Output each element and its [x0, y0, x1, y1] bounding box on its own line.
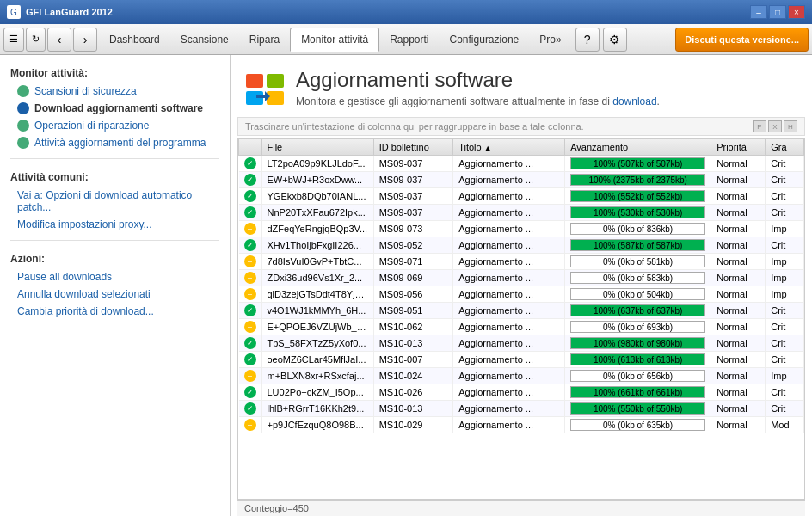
- forward-button[interactable]: ›: [73, 28, 97, 52]
- table-row[interactable]: ✓ LU02Po+ckZM_I5Op... MS10-026 Aggiornam…: [239, 384, 804, 401]
- priority-cell: Normal: [711, 188, 766, 205]
- download-link[interactable]: download: [612, 95, 656, 108]
- priority-cell: Normal: [711, 303, 766, 319]
- table-row[interactable]: – +p9JCfEzquQ8O98B... MS10-029 Aggiornam…: [239, 417, 804, 433]
- priority-cell: Normal: [711, 352, 766, 368]
- tab-ripara[interactable]: Ripara: [239, 28, 290, 52]
- col-title-header[interactable]: Titolo ▲: [453, 139, 565, 156]
- sidebar-item-download[interactable]: Download aggiornamenti software: [0, 100, 230, 117]
- priority-cell: Normal: [711, 401, 766, 417]
- tab-dashboard[interactable]: Dashboard: [99, 28, 170, 52]
- file-cell: XHv1ThoIjbFxgII226...: [261, 237, 373, 254]
- bulletin-cell: MS09-037: [373, 172, 453, 188]
- file-cell: 7d8IsVuI0GvP+TbtC...: [261, 254, 373, 270]
- table-row[interactable]: ✓ NnP20TxXFau672Ipk... MS09-037 Aggiorna…: [239, 205, 804, 221]
- grade-cell: Crit: [766, 319, 804, 335]
- table-row[interactable]: ✓ EW+bWJ+R3oxDww... MS09-037 Aggiornamen…: [239, 172, 804, 188]
- pdf-icon[interactable]: P: [753, 120, 766, 132]
- title-cell: Aggiornamento ...: [453, 188, 565, 205]
- status-cell: –: [239, 286, 262, 303]
- grade-cell: Imp: [766, 254, 804, 270]
- priority-cell: Normal: [711, 237, 766, 254]
- download-icon: [17, 102, 29, 114]
- app-menu-button[interactable]: ☰: [3, 28, 24, 52]
- xls-icon[interactable]: X: [768, 120, 782, 132]
- sidebar-divider-1: [10, 158, 219, 159]
- activity-icon: [17, 137, 29, 149]
- sidebar-action-pause[interactable]: Pause all downloads: [0, 268, 230, 286]
- title-cell: Aggiornamento ...: [453, 270, 565, 286]
- tab-rapporti[interactable]: Rapporti: [379, 28, 439, 52]
- table-row[interactable]: ✓ YGEkxb8DQb70IANL... MS09-037 Aggiornam…: [239, 188, 804, 205]
- file-cell: ZDxi36ud96Vs1Xr_2...: [261, 270, 373, 286]
- help-button[interactable]: ?: [575, 28, 600, 52]
- grade-cell: Mod: [766, 417, 804, 433]
- sidebar-action-annulla[interactable]: Annulla download selezionati: [0, 286, 230, 303]
- table-row[interactable]: – qiD3zejGTsDdt4T8Yj9... MS09-056 Aggior…: [239, 286, 804, 303]
- table-row[interactable]: – dZFeqYeRngjqBQp3V... MS09-073 Aggiorna…: [239, 221, 804, 237]
- status-cell: –: [239, 319, 262, 335]
- priority-cell: Normal: [711, 172, 766, 188]
- grade-cell: Crit: [766, 205, 804, 221]
- settings-button[interactable]: ⚙: [603, 28, 627, 52]
- tab-configurazione[interactable]: Configurazione: [440, 28, 530, 52]
- sidebar-action-priorita[interactable]: Cambia priorità di download...: [0, 303, 230, 320]
- table-row[interactable]: ✓ lhlB+RGrrT16KKh2t9... MS10-013 Aggiorn…: [239, 401, 804, 417]
- sidebar-attivita-title: Attività comuni:: [0, 166, 230, 187]
- col-grade-header[interactable]: Gra: [766, 139, 804, 156]
- col-priority-header[interactable]: Priorità: [711, 139, 766, 156]
- html-icon[interactable]: H: [784, 120, 797, 132]
- col-progress-header[interactable]: Avanzamento: [565, 139, 711, 156]
- sidebar-item-riparazione[interactable]: Operazioni di riparazione: [0, 117, 230, 134]
- file-cell: qiD3zejGTsDdt4T8Yj9...: [261, 286, 373, 303]
- status-cell: –: [239, 270, 262, 286]
- sidebar-link-proxy[interactable]: Modifica impostazioni proxy...: [0, 216, 230, 233]
- refresh-button[interactable]: ↻: [26, 28, 46, 52]
- svg-rect-0: [246, 74, 263, 88]
- sidebar-azioni-title: Azioni:: [0, 248, 230, 268]
- title-cell: Aggiornamento ...: [453, 172, 565, 188]
- table-wrapper: File ID bollettino Titolo ▲ Avanzamento …: [237, 138, 805, 500]
- table-row[interactable]: – m+BLXN8xr+RSxcfaj... MS10-024 Aggiorna…: [239, 368, 804, 384]
- table-container: Trascinare un'intestazione di colonna qu…: [231, 117, 812, 516]
- bulletin-cell: MS09-069: [373, 270, 453, 286]
- page-subtitle: Monitora e gestisce gli aggiornamenti so…: [296, 95, 660, 108]
- maximize-button[interactable]: □: [769, 5, 786, 19]
- discuss-button[interactable]: Discuti questa versione...: [675, 28, 809, 52]
- title-cell: Aggiornamento ...: [453, 205, 565, 221]
- repair-icon: [17, 120, 29, 132]
- bulletin-cell: MS09-037: [373, 205, 453, 221]
- table-row[interactable]: ✓ XHv1ThoIjbFxgII226... MS09-052 Aggiorn…: [239, 237, 804, 254]
- bulletin-cell: MS09-051: [373, 303, 453, 319]
- tab-monitor[interactable]: Monitor attività: [290, 28, 379, 52]
- svg-rect-3: [267, 91, 284, 105]
- col-status-header[interactable]: [239, 139, 262, 156]
- content-area: Aggiornamenti software Monitora e gestis…: [231, 55, 812, 516]
- tab-scansione[interactable]: Scansione: [170, 28, 239, 52]
- status-cell: ✓: [239, 188, 262, 205]
- table-row[interactable]: ✓ oeoMZ6CLar45MflJaI... MS10-007 Aggiorn…: [239, 352, 804, 368]
- progress-cell: 100% (552kb of 552kb): [565, 188, 711, 205]
- table-row[interactable]: – ZDxi36ud96Vs1Xr_2... MS09-069 Aggiorna…: [239, 270, 804, 286]
- tab-pro[interactable]: Pro»: [529, 28, 571, 52]
- table-row[interactable]: – 7d8IsVuI0GvP+TbtC... MS09-071 Aggiorna…: [239, 254, 804, 270]
- table-row[interactable]: ✓ TbS_58FXTzZ5yXof0... MS10-013 Aggiorna…: [239, 335, 804, 352]
- file-cell: TbS_58FXTzZ5yXof0...: [261, 335, 373, 352]
- col-bulletin-header[interactable]: ID bollettino: [373, 139, 453, 156]
- back-button[interactable]: ‹: [47, 28, 71, 52]
- sidebar-item-attivita[interactable]: Attività aggiornamenti del programma: [0, 134, 230, 151]
- table-row[interactable]: – E+QPOEJ6VZUjWb_F... MS10-062 Aggiornam…: [239, 319, 804, 335]
- status-cell: –: [239, 417, 262, 433]
- table-row[interactable]: ✓ LT2poA09p9KLJLdoF... MS09-037 Aggiorna…: [239, 156, 804, 172]
- minimize-button[interactable]: –: [750, 5, 767, 19]
- table-row[interactable]: ✓ v4O1WJ1kMMYh_6H... MS09-051 Aggiorname…: [239, 303, 804, 319]
- title-cell: Aggiornamento ...: [453, 237, 565, 254]
- title-cell: Aggiornamento ...: [453, 303, 565, 319]
- close-button[interactable]: ×: [788, 5, 805, 19]
- file-cell: EW+bWJ+R3oxDww...: [261, 172, 373, 188]
- sidebar-item-scansioni[interactable]: Scansioni di sicurezza: [0, 83, 230, 100]
- grade-cell: Crit: [766, 384, 804, 401]
- col-file-header[interactable]: File: [261, 139, 373, 156]
- title-cell: Aggiornamento ...: [453, 384, 565, 401]
- sidebar-link-opzioni[interactable]: Vai a: Opzioni di download automatico pa…: [0, 187, 230, 216]
